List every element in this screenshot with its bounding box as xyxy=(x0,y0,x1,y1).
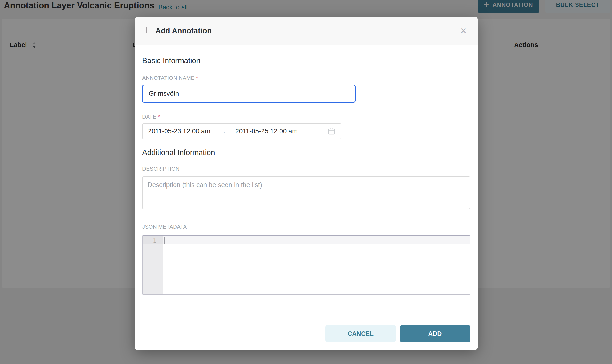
date-end-value: 2011-05-25 12:00 am xyxy=(235,128,298,135)
cancel-button[interactable]: CANCEL xyxy=(326,325,396,342)
modal-footer: CANCEL ADD xyxy=(135,317,478,350)
editor-active-line xyxy=(163,236,470,245)
editor-print-margin xyxy=(448,236,448,294)
calendar-icon xyxy=(327,127,336,135)
date-range-picker[interactable]: 2011-05-23 12:00 am → 2011-05-25 12:00 a… xyxy=(142,123,341,139)
modal-body: Basic Information ANNOTATION NAME* DATE*… xyxy=(135,56,478,295)
plus-icon: + xyxy=(144,25,150,35)
annotation-name-input[interactable] xyxy=(142,85,356,103)
date-label: DATE* xyxy=(142,114,470,120)
required-asterisk: * xyxy=(196,75,198,81)
required-asterisk: * xyxy=(158,114,160,120)
add-annotation-modal: + Add Annotation ✕ Basic Information ANN… xyxy=(135,17,478,350)
json-metadata-editor[interactable]: 1 xyxy=(142,235,470,295)
editor-gutter xyxy=(143,236,163,294)
json-metadata-label: JSON METADATA xyxy=(142,224,470,230)
modal-title: Add Annotation xyxy=(156,26,212,35)
date-start-value: 2011-05-23 12:00 am xyxy=(148,128,210,135)
description-textarea[interactable] xyxy=(142,176,470,209)
editor-cursor xyxy=(164,237,165,244)
arrow-right-icon: → xyxy=(220,128,226,135)
editor-line-number: 1 xyxy=(143,236,163,245)
basic-information-heading: Basic Information xyxy=(142,56,470,65)
add-button[interactable]: ADD xyxy=(400,325,470,342)
close-icon[interactable]: ✕ xyxy=(460,27,467,35)
additional-information-heading: Additional Information xyxy=(142,148,470,157)
modal-header: + Add Annotation ✕ xyxy=(135,17,478,45)
description-label: DESCRIPTION xyxy=(142,166,470,172)
annotation-name-label: ANNOTATION NAME* xyxy=(142,75,470,81)
